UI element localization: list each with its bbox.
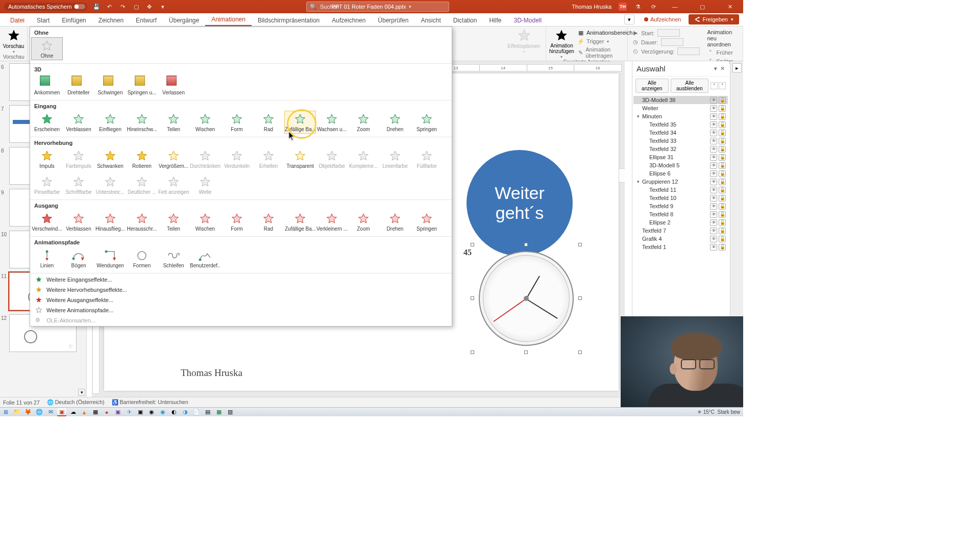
lock-toggle-icon[interactable]: 🔓 (719, 113, 726, 120)
app-icon[interactable]: ▤ (203, 408, 212, 416)
anim-exit-0[interactable]: Verschwind... (31, 210, 63, 233)
app-icon[interactable]: ● (102, 408, 111, 416)
app-icon[interactable]: ☁ (68, 408, 78, 416)
language-indicator[interactable]: 🌐 Deutsch (Österreich) (47, 399, 105, 406)
animation-gallery-dropdown[interactable]: Ohne Ohne 3D Ankommen Drehteller Schwing… (30, 27, 452, 327)
add-animation-button[interactable]: Animation hinzufügen ▾ (549, 28, 574, 59)
anim-entrance-2[interactable]: Einfliegen (94, 111, 126, 134)
app-icon[interactable]: ▥ (226, 408, 235, 416)
slide-counter[interactable]: Folie 11 von 27 (3, 399, 40, 406)
save-icon[interactable]: 💾 (92, 3, 101, 11)
selection-item[interactable]: Ellipse 31 👁 🔓 (633, 153, 728, 161)
tab-design[interactable]: Entwurf (130, 15, 163, 26)
visibility-toggle-icon[interactable]: 👁 (710, 121, 717, 128)
visibility-toggle-icon[interactable]: 👁 (710, 105, 717, 112)
tab-review[interactable]: Überprüfen (372, 15, 414, 26)
anim-entrance-0[interactable]: Erscheinen (31, 111, 63, 134)
excel-icon[interactable]: ▦ (214, 408, 224, 416)
anim-path-5[interactable]: Benutzerdef... (189, 247, 221, 270)
visibility-toggle-icon[interactable]: 👁 (710, 195, 717, 202)
onenote-icon[interactable]: ▣ (113, 408, 122, 416)
flask-icon[interactable]: ⚗ (634, 3, 642, 11)
selection-handle[interactable] (524, 350, 528, 354)
selection-item[interactable]: ▾ Gruppieren 12 👁 🔓 (633, 178, 728, 186)
tab-start[interactable]: Start (31, 15, 56, 26)
visibility-toggle-icon[interactable]: 👁 (710, 203, 717, 210)
from-beginning-icon[interactable]: ▢ (132, 3, 140, 11)
expand-icon[interactable]: ▾ (635, 114, 641, 119)
scroll-down-button[interactable]: ▾ (78, 389, 85, 396)
more-emphasis-effects[interactable]: Weitere Hervorhebungseffekte... (30, 285, 452, 295)
tab-transitions[interactable]: Übergänge (163, 15, 205, 26)
selection-item[interactable]: Textfeld 7 👁 🔓 (633, 227, 728, 235)
powerpoint-icon[interactable]: ▣ (57, 408, 66, 416)
undo-icon[interactable]: ↶ (106, 3, 114, 11)
visibility-toggle-icon[interactable]: 👁 (710, 244, 717, 251)
tab-file[interactable]: Datei (4, 15, 31, 26)
selection-item[interactable]: Textfeld 11 👁 🔓 (633, 186, 728, 194)
lock-toggle-icon[interactable]: 🔓 (719, 121, 726, 128)
anim-entrance-9[interactable]: Wachsen u... (316, 111, 348, 134)
anim-entrance-7[interactable]: Rad (253, 111, 284, 134)
anim-3d-1[interactable]: Drehteller (63, 74, 94, 97)
explorer-icon[interactable]: 📁 (12, 408, 21, 416)
anim-exit-8[interactable]: Zufällige Ba... (284, 210, 316, 233)
selection-item[interactable]: Textfeld 34 👁 🔓 (633, 129, 728, 137)
selection-item[interactable]: Textfeld 1 👁 🔓 (633, 243, 728, 251)
visibility-toggle-icon[interactable]: 👁 (710, 130, 717, 136)
visibility-toggle-icon[interactable]: 👁 (710, 97, 717, 104)
tab-animations[interactable]: Animationen (205, 14, 252, 26)
tab-dictation[interactable]: Dictation (447, 15, 483, 26)
edge-icon[interactable]: ◑ (181, 408, 190, 416)
selection-item[interactable]: Weiter 👁 🔓 (633, 104, 728, 112)
lock-toggle-icon[interactable]: 🔓 (719, 162, 726, 169)
anim-path-3[interactable]: Formen (126, 247, 158, 270)
app-icon[interactable]: ◐ (169, 408, 179, 416)
lock-toggle-icon[interactable]: 🔓 (719, 244, 726, 251)
accessibility-indicator[interactable]: ♿ Barrierefreiheit: Untersuchen (112, 399, 188, 406)
show-all-button[interactable]: Alle anzeigen (635, 79, 669, 93)
user-avatar[interactable]: TH (619, 3, 627, 11)
anim-exit-2[interactable]: Hinausflieg... (94, 210, 126, 233)
autosave-toggle[interactable]: Automatisches Speichern (4, 3, 87, 11)
anim-exit-6[interactable]: Form (221, 210, 253, 233)
chrome-icon[interactable]: 🌐 (35, 408, 44, 416)
tab-3dmodel[interactable]: 3D-Modell (507, 15, 548, 26)
app-icon[interactable]: ▣ (136, 408, 145, 416)
user-name[interactable]: Thomas Hruska (572, 4, 611, 10)
collapse-pane-tab[interactable] (619, 168, 625, 183)
lock-toggle-icon[interactable]: 🔓 (719, 138, 726, 144)
lock-toggle-icon[interactable]: 🔓 (719, 187, 726, 193)
selection-item[interactable]: Textfeld 10 👁 🔓 (633, 194, 728, 202)
app-icon[interactable]: ◉ (158, 408, 167, 416)
duration-spinner[interactable] (661, 38, 683, 46)
anim-emphasis-8[interactable]: Transparent (284, 147, 316, 170)
anim-entrance-1[interactable]: Verblassen (63, 111, 94, 134)
selection-item[interactable]: Ellipse 2 👁 🔓 (633, 218, 728, 227)
lock-toggle-icon[interactable]: 🔓 (719, 146, 726, 153)
anim-emphasis-4[interactable]: Vergrößern... (158, 147, 189, 170)
app-icon[interactable]: ▦ (91, 408, 100, 416)
anim-3d-4[interactable]: Verlassen (158, 74, 189, 97)
hide-all-button[interactable]: Alle ausblenden (671, 79, 708, 93)
lock-toggle-icon[interactable]: 🔓 (719, 211, 726, 218)
visibility-toggle-icon[interactable]: 👁 (710, 228, 717, 234)
firefox-icon[interactable]: 🦊 (23, 408, 33, 416)
start-menu-icon[interactable]: ⊞ (1, 408, 10, 416)
sync-icon[interactable]: ⟳ (649, 3, 657, 11)
anim-path-4[interactable]: Schleifen (158, 247, 189, 270)
anim-entrance-3[interactable]: Hineinschw... (126, 111, 158, 134)
lock-toggle-icon[interactable]: 🔓 (719, 203, 726, 210)
selection-handle[interactable] (578, 350, 582, 354)
tab-draw[interactable]: Zeichnen (92, 15, 130, 26)
speech-bubble-shape[interactable]: Weiter geht´s (467, 150, 573, 256)
selection-item[interactable]: 3D-Modell 5 👁 🔓 (633, 161, 728, 169)
lock-toggle-icon[interactable]: 🔓 (719, 219, 726, 226)
share-button[interactable]: Freigeben ▾ (689, 14, 739, 24)
anim-exit-5[interactable]: Wischen (189, 210, 221, 233)
selection-item[interactable]: Ellipse 6 👁 🔓 (633, 169, 728, 178)
lock-toggle-icon[interactable]: 🔓 (719, 105, 726, 112)
anim-3d-0[interactable]: Ankommen (31, 74, 63, 97)
ribbon-collapse-button[interactable]: ▾ (624, 14, 634, 24)
minimize-button[interactable]: — (665, 0, 685, 13)
